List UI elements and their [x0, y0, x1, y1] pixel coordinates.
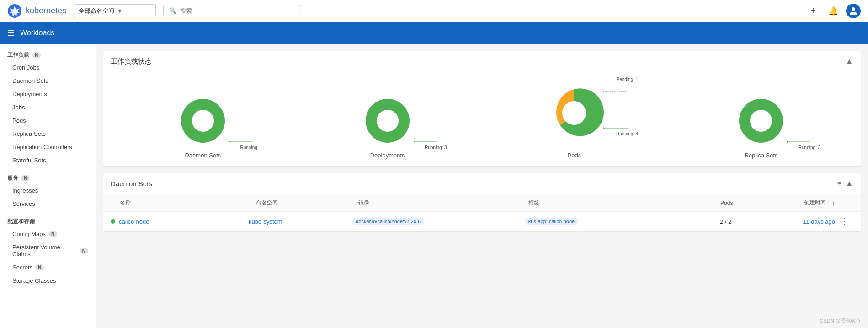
chevron-down-icon: ▾	[118, 6, 122, 15]
add-button[interactable]: +	[806, 4, 820, 18]
sidebar-item-secrets[interactable]: Secrets N	[0, 261, 96, 274]
sidebar-item-cron-jobs[interactable]: Cron Jobs	[0, 61, 96, 74]
collapse-icon[interactable]: ▲	[845, 57, 853, 66]
sidebar-item-config-maps[interactable]: Config Maps N	[0, 227, 96, 241]
svg-point-2	[192, 110, 214, 132]
svg-point-8	[414, 141, 415, 143]
row-namespace-col: kube-system	[249, 218, 352, 225]
sort-icon[interactable]: ↑	[832, 199, 835, 207]
row-name-col: calico-node	[111, 218, 249, 225]
daemon-sets-actions: ≡ ▲	[837, 179, 853, 188]
row-pods-col: 2 / 2	[663, 218, 732, 225]
svg-point-9	[562, 101, 586, 125]
header-actions: ▲	[845, 57, 853, 66]
kubernetes-logo	[7, 4, 22, 18]
top-nav-actions: + 🔔	[806, 4, 861, 18]
svg-point-6	[377, 110, 399, 132]
sidebar-item-storage-classes[interactable]: Storage Classes	[0, 274, 96, 287]
created-time-link[interactable]: 11 days ago	[803, 218, 835, 225]
table-row[interactable]: calico-node kube-system docker.io/calico…	[103, 212, 861, 231]
pods-svg	[544, 83, 604, 143]
svg-point-17	[787, 141, 788, 143]
row-image-col: docker.io/calico/node:v3.20.6	[352, 218, 524, 225]
sidebar-item-stateful-sets[interactable]: Stateful Sets	[0, 154, 96, 167]
filter-icon[interactable]: ≡	[837, 180, 841, 188]
secrets-badge: N	[35, 264, 44, 270]
notification-icon[interactable]: 🔔	[826, 4, 841, 18]
svg-point-4	[229, 141, 230, 143]
pods-pending-line	[603, 87, 630, 96]
services-badge: N	[21, 175, 30, 181]
namespace-link[interactable]: kube-system	[249, 218, 282, 225]
workloads-badge: N	[32, 52, 41, 58]
daemon-sets-svg	[176, 93, 230, 148]
table-header: 名称 命名空间 镜像 标签 Pods 创建时间 ↑ ↑	[103, 194, 861, 212]
row-created-col: 11 days ago	[732, 218, 835, 225]
daemon-sets-card: Daemon Sets ≡ ▲ 名称 命名空间 镜像 标签 Pods 创建时间 …	[103, 173, 861, 231]
chart-replica-sets: Running: 3 Replica Sets	[734, 93, 788, 159]
deployments-svg	[360, 93, 415, 148]
replica-sets-svg	[734, 93, 788, 148]
sidebar-item-jobs[interactable]: Jobs	[0, 101, 96, 114]
search-bar: 🔍	[163, 5, 300, 16]
main-content: 工作负载状态 ▲ Running: 1	[96, 44, 868, 328]
deployments-line	[414, 137, 439, 146]
replica-sets-donut: Running: 3	[734, 93, 788, 148]
workload-status-card: 工作负载状态 ▲ Running: 1	[103, 51, 861, 166]
services-section-label: 服务 N	[0, 171, 96, 184]
search-icon: 🔍	[169, 7, 176, 14]
section-header: ☰ Workloads	[0, 22, 868, 44]
sidebar-item-replication-controllers[interactable]: Replication Controllers	[0, 140, 96, 154]
hamburger-icon[interactable]: ☰	[7, 28, 15, 38]
col-header-labels: 标签	[528, 199, 665, 207]
top-nav: kubernetes 全部命名空间 ▾ 🔍 + 🔔	[0, 0, 868, 22]
row-labels-col: k8s-app: calico-node	[525, 218, 663, 225]
pvc-badge: N	[80, 248, 88, 254]
daemon-sets-line	[229, 137, 254, 146]
daemon-sets-header: Daemon Sets ≡ ▲	[103, 173, 861, 194]
namespace-dropdown[interactable]: 全部命名空间 ▾	[74, 4, 156, 17]
workloads-section-label: 工作负载 N	[0, 48, 96, 61]
pods-chart-label: Pods	[568, 152, 581, 159]
col-header-created: 创建时间 ↑ ↑	[733, 199, 835, 207]
deployments-donut: Running: 3	[360, 93, 415, 148]
charts-container: Running: 1 Daemon Sets	[103, 72, 861, 166]
user-avatar[interactable]	[846, 4, 861, 18]
label-tag: k8s-app: calico-node	[525, 218, 579, 225]
col-header-image: 镜像	[358, 199, 529, 207]
sidebar-item-daemon-sets[interactable]: Daemon Sets	[0, 74, 96, 87]
main-layout: 工作负载 N Cron Jobs Daemon Sets Deployments…	[0, 44, 868, 328]
pods-pending-label: Pending: 1	[617, 77, 639, 82]
daemon-sets-collapse-icon[interactable]: ▲	[845, 179, 853, 188]
row-more-button[interactable]: ⋮	[837, 216, 851, 227]
config-section-label: 配置和存储	[0, 214, 96, 227]
chart-daemon-sets: Running: 1 Daemon Sets	[176, 93, 230, 159]
replica-sets-line	[787, 137, 812, 146]
chart-deployments: Running: 3 Deployments	[360, 93, 415, 159]
sidebar: 工作负载 N Cron Jobs Daemon Sets Deployments…	[0, 44, 96, 328]
workload-status-title: 工作负载状态	[111, 57, 152, 66]
logo: kubernetes	[7, 4, 66, 18]
pods-donut: Pending: 1 Running: 4	[544, 83, 604, 143]
daemon-sets-title: Daemon Sets	[111, 180, 152, 188]
sidebar-item-services[interactable]: Services	[0, 197, 96, 210]
watermark: CSDN @黑色鲸鱼	[820, 317, 861, 324]
daemon-sets-chart-label: Daemon Sets	[185, 152, 221, 159]
sidebar-item-deployments[interactable]: Deployments	[0, 87, 96, 101]
sidebar-item-ingresses[interactable]: Ingresses	[0, 184, 96, 197]
search-input[interactable]	[180, 7, 294, 14]
sidebar-item-pods[interactable]: Pods	[0, 114, 96, 127]
section-title: Workloads	[20, 29, 54, 37]
col-header-namespace: 命名空间	[256, 199, 358, 207]
daemon-sets-donut: Running: 1	[176, 93, 230, 148]
col-header-pods: Pods	[665, 200, 733, 206]
image-tag: docker.io/calico/node:v3.20.6	[352, 218, 424, 225]
sidebar-item-pvc[interactable]: Persistent Volume Claims N	[0, 241, 96, 261]
daemon-set-name-link[interactable]: calico-node	[119, 218, 149, 225]
chart-pods: Pending: 1 Running: 4 Pods	[544, 83, 604, 159]
status-indicator	[111, 219, 115, 224]
sidebar-item-replica-sets[interactable]: Replica Sets	[0, 127, 96, 140]
config-maps-badge: N	[48, 231, 57, 237]
pods-running-line	[603, 124, 630, 133]
replica-sets-chart-label: Replica Sets	[745, 152, 778, 159]
